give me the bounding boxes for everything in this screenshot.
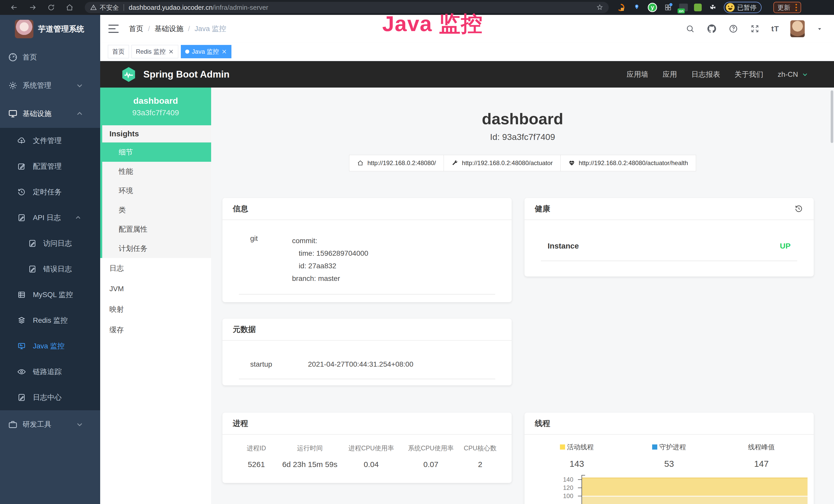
sidebar-item-java-monitor[interactable]: Java 监控 xyxy=(0,333,100,359)
hamburger-icon[interactable] xyxy=(108,25,119,33)
extension-y-icon[interactable]: y xyxy=(648,3,657,12)
user-avatar[interactable] xyxy=(790,20,805,37)
extension-grid-icon[interactable] xyxy=(663,3,673,12)
chevron-down-icon xyxy=(74,81,85,91)
wrench-icon xyxy=(452,160,458,166)
reload-icon[interactable] xyxy=(46,3,56,12)
sba-item-logs[interactable]: 日志 xyxy=(100,258,211,279)
screen: 不安全 dashboard.yudao.iocoder.cn /infra/ad… xyxy=(0,0,834,504)
close-icon[interactable] xyxy=(221,49,227,54)
threads-card: 线程 活动线程 守护进程 xyxy=(525,413,814,504)
font-size-icon[interactable]: tT xyxy=(771,24,779,33)
close-icon[interactable] xyxy=(168,49,174,54)
sba-item-scheduled-tasks[interactable]: 计划任务 xyxy=(102,239,211,258)
tags-view: 首页 Redis 监控 Java 监控 xyxy=(100,42,834,61)
uptime-value: 6d 23h 15m 59s xyxy=(280,460,339,469)
sba-nav-wallboard[interactable]: 应用墙 xyxy=(627,70,648,79)
sidebar-item-tracing[interactable]: 链路追踪 xyxy=(0,359,100,385)
breadcrumb-infra[interactable]: 基础设施 xyxy=(155,24,183,33)
sba-nav-about[interactable]: 关于我们 xyxy=(734,70,763,79)
chevron-down-icon xyxy=(800,70,809,79)
tag-home[interactable]: 首页 xyxy=(108,45,129,58)
sidebar-item-home[interactable]: 首页 xyxy=(0,43,100,71)
sidebar-submenu-infra: 文件管理 配置管理 定时任务 API 日志 访问日志 错误日志 xyxy=(0,128,100,410)
home-icon xyxy=(357,160,364,166)
legend-yellow-swatch xyxy=(560,444,565,450)
back-icon[interactable] xyxy=(9,3,19,12)
sba-item-config-props[interactable]: 配置属性 xyxy=(102,220,211,239)
chevron-up-icon xyxy=(74,109,85,119)
extensions-puzzle-icon[interactable] xyxy=(708,3,718,12)
address-bar[interactable]: 不安全 dashboard.yudao.iocoder.cn /infra/ad… xyxy=(85,2,609,13)
browser-update-button[interactable]: 更新 xyxy=(773,2,801,13)
gauge-icon xyxy=(8,52,18,62)
sba-nav-journal[interactable]: 日志报表 xyxy=(692,70,720,79)
sidebar-item-system[interactable]: 系统管理 xyxy=(0,71,100,100)
sba-item-metrics[interactable]: 性能 xyxy=(102,162,211,181)
sba-item-details[interactable]: 细节 xyxy=(100,142,211,162)
kebab-menu-icon[interactable] xyxy=(795,4,797,11)
process-card: 进程 进程ID 运行时间 进程CPU使用率 系统CPU使用率 CPU核心数 xyxy=(222,413,512,483)
health-url-link[interactable]: http://192.168.0.2:48080/actuator/health xyxy=(561,155,696,171)
sidebar-item-log-center[interactable]: 日志中心 xyxy=(0,385,100,410)
sba-item-environment[interactable]: 环境 xyxy=(102,181,211,200)
info-row-git: git commit: time: 1596289704000 id: 27aa… xyxy=(239,220,495,295)
info-card: 信息 git commit: time: 1596289704000 id: 2… xyxy=(222,198,512,302)
browser-home-icon[interactable] xyxy=(65,3,74,12)
sidebar-item-config[interactable]: 配置管理 xyxy=(0,154,100,179)
profile-paused-badge[interactable]: 已暂停 xyxy=(724,2,762,13)
top-header: 首页 / 基础设施 / Java 监控 tT xyxy=(100,15,834,42)
help-icon[interactable] xyxy=(728,24,739,34)
extension-on-icon[interactable]: on xyxy=(679,4,688,11)
sidebar-item-infra[interactable]: 基础设施 xyxy=(0,100,100,128)
sba-locale-select[interactable]: zh-CN xyxy=(778,70,809,79)
search-icon[interactable] xyxy=(685,24,695,34)
tag-java-monitor[interactable]: Java 监控 xyxy=(181,45,232,58)
caret-down-icon[interactable] xyxy=(816,25,823,32)
breadcrumb-home[interactable]: 首页 xyxy=(129,24,143,33)
extension-orange-icon[interactable] xyxy=(616,3,626,12)
area-series-live-threads xyxy=(582,478,808,496)
forward-icon[interactable] xyxy=(28,3,38,12)
instance-id-line: Id: 93a3fc7f7409 xyxy=(211,131,834,143)
sidebar-item-api-log[interactable]: API 日志 xyxy=(0,205,100,231)
page-title: dashboard xyxy=(211,109,834,129)
sidebar-item-cron[interactable]: 定时任务 xyxy=(0,179,100,205)
instance-id: 93a3fc7f7409 xyxy=(132,108,179,117)
gear-icon xyxy=(8,81,18,91)
service-url-link[interactable]: http://192.168.0.2:48080/ xyxy=(349,155,444,171)
sba-item-classes[interactable]: 类 xyxy=(102,200,211,220)
app-logo-row[interactable]: 芋道管理系统 xyxy=(0,15,100,43)
fullscreen-icon[interactable] xyxy=(750,24,760,34)
sidebar-item-access-log[interactable]: 访问日志 xyxy=(0,231,100,256)
security-label: 不安全 xyxy=(100,3,119,12)
history-icon[interactable] xyxy=(794,204,804,213)
process-cpu-value: 0.04 xyxy=(339,460,403,469)
bookmark-star-icon[interactable] xyxy=(596,4,603,11)
sidebar-item-dev-tools[interactable]: 研发工具 xyxy=(0,410,100,438)
sidebar-item-mysql[interactable]: MySQL 监控 xyxy=(0,282,100,307)
sba-item-caches[interactable]: 缓存 xyxy=(100,320,211,340)
endpoint-links: http://192.168.0.2:48080/ http://192.168… xyxy=(211,155,834,171)
layers-icon xyxy=(17,316,26,325)
url-path: /infra/admin-server xyxy=(213,4,268,12)
sba-item-mappings[interactable]: 映射 xyxy=(100,299,211,320)
legend-blue-swatch xyxy=(652,444,657,450)
process-id-value: 5261 xyxy=(233,460,280,469)
sba-item-jvm[interactable]: JVM xyxy=(100,279,211,299)
sidebar-item-redis[interactable]: Redis 监控 xyxy=(0,307,100,333)
scrollbar-thumb[interactable] xyxy=(831,90,833,143)
chevron-up-icon xyxy=(73,213,83,222)
status-badge: UP xyxy=(780,242,791,250)
sba-nav-applications[interactable]: 应用 xyxy=(663,70,677,79)
extension-green-icon[interactable] xyxy=(694,4,702,11)
tag-redis-monitor[interactable]: Redis 监控 xyxy=(132,45,178,58)
sidebar-item-files[interactable]: 文件管理 xyxy=(0,128,100,154)
app-title: 芋道管理系统 xyxy=(38,24,84,35)
github-icon[interactable] xyxy=(707,24,717,34)
actuator-url-link[interactable]: http://192.168.0.2:48080/actuator xyxy=(444,155,561,171)
sidebar-item-error-log[interactable]: 错误日志 xyxy=(0,256,100,282)
instance-header[interactable]: dashboard 93a3fc7f7409 xyxy=(100,88,211,125)
extension-pin-icon[interactable] xyxy=(632,3,642,12)
database-icon xyxy=(17,290,26,299)
